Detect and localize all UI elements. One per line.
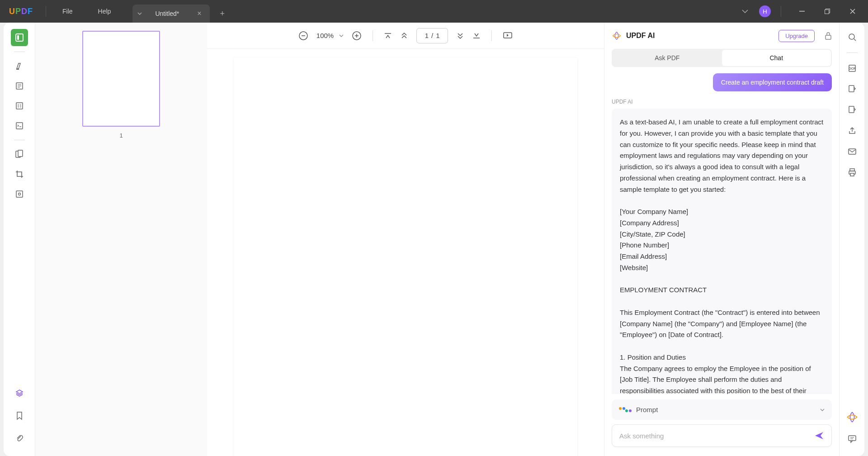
form-tool[interactable] — [11, 117, 28, 134]
minimize-button[interactable] — [791, 0, 813, 23]
zoom-in-button[interactable] — [352, 31, 362, 41]
svg-point-18 — [18, 193, 20, 195]
svg-rect-32 — [849, 86, 854, 92]
page-sep: / — [431, 32, 433, 39]
thumbnails-tool[interactable] — [11, 29, 28, 46]
separator — [46, 6, 46, 17]
ai-sender-label: UPDF AI — [612, 99, 832, 105]
page-current: 1 — [425, 32, 429, 39]
crop-tool[interactable] — [11, 166, 28, 183]
avatar[interactable]: H — [759, 5, 771, 17]
menu-help[interactable]: Help — [85, 0, 124, 23]
ai-tabs: Ask PDF Chat — [612, 49, 832, 67]
tab-ask-pdf[interactable]: Ask PDF — [613, 50, 722, 66]
tab-menu-icon[interactable] — [132, 5, 147, 23]
email-icon[interactable] — [844, 143, 860, 160]
chevron-down-icon — [820, 408, 825, 411]
zoom-out-button[interactable] — [298, 31, 308, 41]
highlighter-tool[interactable] — [11, 57, 28, 75]
close-icon[interactable]: × — [197, 10, 201, 18]
right-toolbar-bottom — [844, 409, 860, 456]
titlebar: UPDF File Help Untitled* × + H — [0, 0, 868, 23]
lock-icon[interactable] — [825, 32, 832, 40]
upgrade-button[interactable]: Upgrade — [778, 30, 815, 42]
titlebar-right: H — [742, 0, 868, 23]
separator — [781, 6, 781, 17]
export-icon[interactable] — [844, 102, 860, 118]
user-message: Create an employment contract draft — [612, 73, 832, 91]
prompt-bar[interactable]: Prompt — [612, 399, 832, 420]
svg-text:OCR: OCR — [849, 67, 856, 70]
doc-canvas[interactable] — [207, 49, 604, 456]
chat-input[interactable] — [619, 432, 814, 440]
tab-area: Untitled* × + — [132, 0, 231, 23]
next-page-button[interactable] — [456, 32, 464, 40]
thumbnail-page-1[interactable] — [82, 31, 160, 127]
bookmark-icon[interactable] — [11, 407, 28, 424]
add-tab-button[interactable]: + — [213, 5, 231, 23]
zoom-display: 100% — [316, 32, 344, 39]
comment-panel-icon[interactable] — [844, 431, 860, 447]
presentation-button[interactable] — [503, 32, 513, 40]
search-icon[interactable] — [844, 29, 860, 45]
ai-title: UPDF AI — [626, 32, 655, 40]
page-input[interactable]: 1 / 1 — [416, 28, 448, 43]
ocr-icon[interactable]: OCR — [844, 60, 860, 76]
separator — [491, 30, 492, 41]
ai-footer: Prompt — [604, 394, 839, 456]
zoom-select[interactable]: 100% — [316, 32, 344, 39]
svg-rect-11 — [18, 104, 19, 108]
svg-rect-12 — [20, 104, 21, 108]
share-icon[interactable] — [844, 123, 860, 139]
svg-rect-4 — [17, 35, 19, 40]
separator — [14, 52, 25, 52]
redact-tool[interactable] — [11, 185, 28, 203]
attachment-icon[interactable] — [11, 430, 28, 447]
layers-icon[interactable] — [11, 385, 28, 402]
separator — [847, 52, 858, 53]
link-icon[interactable] — [844, 81, 860, 97]
svg-rect-33 — [849, 106, 854, 113]
thumbnail-label: 1 — [119, 132, 123, 139]
svg-rect-13 — [16, 123, 23, 129]
document-tab[interactable]: Untitled* × — [147, 5, 209, 23]
svg-rect-38 — [849, 436, 856, 441]
prompt-label: Prompt — [636, 406, 816, 413]
ai-panel: UPDF AI Upgrade Ask PDF Chat Create an e… — [604, 23, 839, 456]
close-button[interactable] — [842, 0, 863, 23]
chevron-down-icon[interactable] — [742, 10, 748, 13]
ai-response: As a text-based AI, I am unable to creat… — [612, 109, 832, 394]
prev-page-button[interactable] — [400, 32, 408, 40]
edit-tool[interactable] — [11, 97, 28, 114]
menu-file[interactable]: File — [50, 0, 85, 23]
app-logo: UPDF — [0, 7, 42, 16]
main-container: 1 100% 1 / — [4, 23, 864, 456]
comment-tool[interactable] — [11, 77, 28, 95]
first-page-button[interactable] — [384, 32, 392, 40]
left-toolbar — [4, 23, 35, 456]
send-button[interactable] — [814, 431, 824, 440]
prompt-dots-icon — [619, 407, 632, 412]
maximize-button[interactable] — [816, 0, 838, 23]
logo-u: U — [9, 7, 15, 16]
separator — [14, 140, 25, 140]
svg-rect-5 — [16, 69, 19, 70]
print-icon[interactable] — [844, 164, 860, 180]
doc-toolbar: 100% 1 / 1 — [207, 23, 604, 49]
tab-title: Untitled* — [155, 10, 179, 17]
last-page-button[interactable] — [472, 32, 481, 40]
logo-d: D — [21, 7, 28, 16]
doc-page[interactable] — [234, 58, 577, 456]
svg-rect-3 — [16, 34, 23, 41]
ai-float-button[interactable] — [844, 409, 860, 425]
svg-rect-2 — [825, 10, 829, 14]
svg-rect-0 — [799, 11, 805, 12]
right-toolbar: OCR — [839, 23, 864, 456]
svg-point-28 — [849, 34, 854, 39]
ai-chat[interactable]: Create an employment contract draft UPDF… — [604, 73, 839, 394]
svg-rect-27 — [826, 35, 831, 39]
page-total: 1 — [436, 32, 439, 39]
tab-chat[interactable]: Chat — [722, 50, 831, 66]
organize-tool[interactable] — [11, 146, 28, 163]
logo-f: F — [28, 7, 33, 16]
